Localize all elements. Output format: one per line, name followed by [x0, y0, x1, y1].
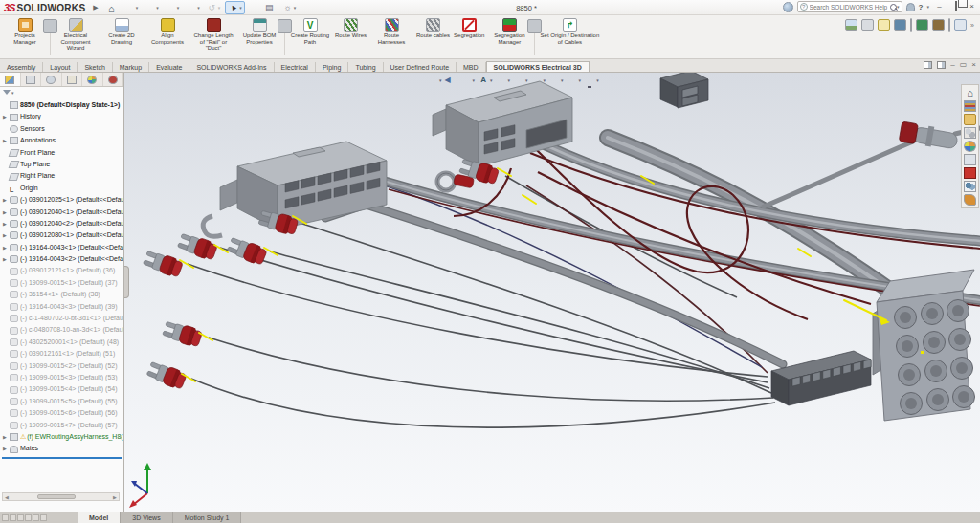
document-tab-motion-study-1[interactable]: Motion Study 1	[173, 512, 242, 523]
login-user-icon[interactable]	[906, 3, 915, 11]
command-tab-solidworks-add-ins[interactable]: SOLIDWORKS Add-Ins	[189, 62, 274, 72]
tree-item-c-1-480702-0-bt-3d1-1-defaul[interactable]: ⚠ (-) c-1-480702-0-bt-3d1<1> (Default	[0, 313, 123, 324]
tab-scroll-controls[interactable]	[0, 512, 49, 523]
qa-button[interactable]: ▾	[205, 2, 223, 13]
user-icon[interactable]	[894, 19, 906, 31]
tree-item-annotations[interactable]: ▶ ⚠ Annotations	[0, 135, 123, 146]
panel-splitter-handle[interactable]	[124, 266, 129, 298]
ribbon-button-segregation[interactable]: Segregation	[452, 16, 486, 58]
qa-button[interactable]: ▾	[164, 2, 182, 13]
ribbon-button-create-routing-path[interactable]: Create Routing Path	[287, 16, 333, 58]
design-library-icon[interactable]	[964, 100, 976, 112]
tree-item-8850-default-display-state-1[interactable]: ⚠ 8850 (Default<Display State-1>)	[0, 99, 123, 111]
tree-filter-row[interactable]: ▾	[0, 87, 123, 98]
ribbon-button[interactable]	[534, 19, 535, 55]
ribbon-button-electrical-component-wizard[interactable]: Electrical Component Wizard	[53, 16, 99, 58]
scroll-left-icon[interactable]: ◀	[3, 494, 11, 500]
hud-button[interactable]: ▾	[427, 75, 442, 85]
tree-item-039012040-2-default-default[interactable]: ▶ ⚠ (-) 039012040<2> (Default<<Default	[0, 218, 123, 229]
tree-item-19099-0015-6-default-56[interactable]: ⚠ (-) 19099-0015<6> (Default) (56)	[0, 407, 123, 419]
tree-item-19164-0043-2-default-defau[interactable]: ▶ ⚠ (-) 19164-0043<2> (Default<<Defau	[0, 253, 123, 265]
ribbon-button[interactable]	[284, 19, 285, 55]
hud-button[interactable]: ▾	[548, 75, 564, 85]
menu-flyout-arrow-icon[interactable]: ▶	[93, 4, 98, 11]
ribbon-right-button[interactable]	[948, 18, 950, 32]
manager-tab[interactable]	[62, 73, 83, 86]
tree-item-c-0480708-10-an-3d-1-default[interactable]: ⚠ (-) c-0480708-10-an-3d<1> (Default	[0, 324, 123, 336]
tree-item-top-plane[interactable]: ⚠ Top Plane	[0, 159, 123, 170]
tree-item-19099-0015-3-default-53[interactable]: ⚠ (-) 19099-0015<3> (Default) (53)	[0, 372, 123, 383]
pane-toggle-icon[interactable]	[924, 61, 932, 69]
command-tab-sketch[interactable]: Sketch	[78, 62, 112, 72]
command-tab-user-defined-route[interactable]: User Defined Route	[384, 62, 457, 72]
doc-close-button[interactable]: ×	[971, 60, 976, 69]
tree-item-039012080-1-default-default[interactable]: ▶ ⚠ (-) 039012080<1> (Default<<Default	[0, 229, 123, 241]
hud-button[interactable]: ▾	[531, 76, 546, 84]
forum-icon[interactable]	[964, 181, 976, 192]
close-button[interactable]: ×	[966, 2, 978, 12]
document-tab-3d-views[interactable]: 3D Views	[121, 512, 172, 523]
ribbon-button-align-components[interactable]: Align Components	[145, 16, 190, 58]
collapse-chevron-icon[interactable]: »	[970, 22, 974, 29]
flag-icon[interactable]	[916, 19, 928, 31]
copy-settings-icon[interactable]	[861, 19, 874, 31]
ribbon-button-change-length-of-rail-or-duc[interactable]: Change Length of "Rail" or "Duct"	[190, 16, 236, 58]
ribbon-right-button[interactable]	[910, 18, 912, 32]
command-tab-solidworks-electrical-3d[interactable]: SOLIDWORKS Electrical 3D	[486, 61, 590, 72]
command-tab-mbd[interactable]: MBD	[457, 62, 486, 72]
screenshot-icon[interactable]	[845, 19, 858, 31]
hud-button[interactable]: ▾	[567, 75, 582, 85]
qa-button[interactable]: ▾	[280, 2, 299, 13]
toolbox-icon[interactable]	[964, 127, 976, 139]
command-tab-evaluate[interactable]: Evaluate	[149, 62, 189, 72]
tree-item-right-plane[interactable]: ⚠ Right Plane	[0, 170, 123, 182]
search-box[interactable]: ? ▾	[797, 1, 902, 12]
tree-item-19099-0015-4-default-54[interactable]: ⚠ (-) 19099-0015<4> (Default) (54)	[0, 383, 123, 395]
command-tab-markup[interactable]: Markup	[113, 62, 149, 72]
edit-note-icon[interactable]	[878, 19, 890, 31]
tree-item-f-ewroutingassyharness-h8[interactable]: ▶ ⚠ (f) EWRoutingAssyHarness_H8(	[0, 431, 123, 443]
tree-item-039012161-1-default-51[interactable]: ⚠ (-) 039012161<1> (Default) (51)	[0, 348, 123, 360]
qa-button[interactable]	[104, 2, 120, 13]
manager-tab[interactable]	[103, 73, 124, 86]
qa-button[interactable]: ▾	[122, 2, 141, 13]
search-input[interactable]	[810, 4, 890, 11]
tree-item-origin[interactable]: ⚠ Origin	[0, 183, 123, 194]
manager-tab[interactable]	[82, 73, 103, 86]
ribbon-button[interactable]	[50, 19, 51, 55]
command-tab-piping[interactable]: Piping	[316, 62, 348, 72]
tree-item-039012040-1-default-default[interactable]: ▶ ⚠ (-) 039012040<1> (Default<<Default	[0, 207, 123, 218]
tree-item-19099-0015-1-default-37[interactable]: ⚠ (-) 19099-0015<1> (Default) (37)	[0, 277, 123, 289]
sketch-icon[interactable]	[954, 19, 967, 31]
tree-item-mates[interactable]: ▶ ⚠ Mates	[0, 443, 123, 454]
hud-button[interactable]: ▾	[496, 75, 511, 85]
command-tab-tubing[interactable]: Tubing	[348, 62, 383, 72]
hud-button[interactable]	[412, 75, 424, 85]
qa-button[interactable]	[262, 2, 278, 13]
hud-button[interactable]: ▾	[513, 75, 528, 85]
ribbon-button-create-2d-drawing[interactable]: Create 2D Drawing	[99, 16, 145, 58]
ribbon-button-projects-manager[interactable]: Projects Manager	[2, 16, 48, 58]
qa-button[interactable]	[248, 2, 259, 13]
tree-item-front-plane[interactable]: ⚠ Front Plane	[0, 147, 123, 159]
hud-button[interactable]	[445, 75, 457, 85]
command-tab-electrical[interactable]: Electrical	[275, 62, 316, 72]
tree-item-sensors[interactable]: ⚠ Sensors	[0, 123, 123, 135]
qa-button[interactable]: ▾	[184, 2, 202, 13]
document-tab-model[interactable]: Model	[78, 512, 121, 523]
ribbon-button-route-wires[interactable]: Route Wires	[333, 16, 368, 58]
tree-item-19099-0015-7-default-57[interactable]: ⚠ (-) 19099-0015<7> (Default) (57)	[0, 420, 123, 431]
graphics-viewport[interactable]: ▾ ▾ ▾ ▾ ▾	[124, 73, 980, 512]
help-dropdown-icon[interactable]: ▾	[926, 4, 929, 10]
rollback-bar[interactable]	[2, 457, 122, 459]
tree-item-039012121-1-default-36[interactable]: ⚠ (-) 039012121<1> (Default) (36)	[0, 265, 123, 276]
doc-restore-button[interactable]: ▭	[960, 60, 968, 69]
qa-button[interactable]: ▾	[225, 1, 245, 14]
ribbon-button-route-cables[interactable]: Route cables	[414, 16, 452, 58]
tree-item-19164-0043-3-default-39[interactable]: ⚠ (-) 19164-0043<3> (Default) (39)	[0, 301, 123, 313]
hud-button[interactable]: ▾	[478, 75, 493, 85]
minimize-button[interactable]: –	[933, 2, 946, 12]
wrench-icon[interactable]	[932, 19, 945, 31]
tree-horizontal-scrollbar[interactable]: ◀ ▶	[2, 492, 120, 501]
hud-button[interactable]: ▾	[460, 75, 476, 85]
